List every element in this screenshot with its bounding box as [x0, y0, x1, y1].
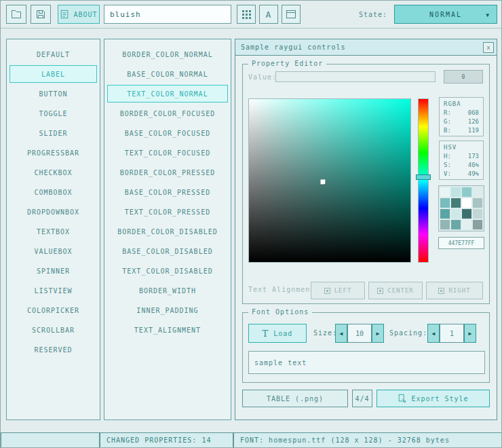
- control-item-reserved[interactable]: RESERVED: [9, 341, 97, 358]
- window-toggle-button[interactable]: [282, 5, 301, 24]
- control-item-slider[interactable]: SLIDER: [9, 124, 97, 142]
- color-swatch-9[interactable]: [451, 209, 461, 219]
- control-item-toggle[interactable]: TOGGLE: [9, 105, 97, 122]
- control-item-colorpicker[interactable]: COLORPICKER: [9, 301, 97, 319]
- properties-list: BORDER_COLOR_NORMALBASE_COLOR_NORMALTEXT…: [104, 39, 231, 420]
- control-item-valuebox[interactable]: VALUEBOX: [9, 242, 97, 260]
- hue-slider[interactable]: [418, 98, 429, 263]
- sample-controls-window: Sample raygui controls x Property Editor…: [235, 39, 497, 420]
- property-item-border-color-normal[interactable]: BORDER_COLOR_NORMAL: [107, 45, 228, 63]
- hue-slider-handle[interactable]: [416, 174, 431, 180]
- saturation-value-panel[interactable]: [248, 98, 411, 263]
- align-right-button[interactable]: RIGHT: [426, 282, 483, 299]
- control-item-default[interactable]: DEFAULT: [9, 45, 97, 63]
- color-swatch-15[interactable]: [473, 220, 482, 229]
- control-item-dropdownbox[interactable]: DROPDOWNBOX: [9, 203, 97, 221]
- property-item-base-color-pressed[interactable]: BASE_COLOR_PRESSED: [107, 183, 228, 201]
- open-style-button[interactable]: [6, 5, 26, 24]
- control-item-scrollbar[interactable]: SCROLLBAR: [9, 321, 97, 339]
- size-value-box[interactable]: 10: [347, 324, 372, 343]
- property-item-text-color-pressed[interactable]: TEXT_COLOR_PRESSED: [107, 203, 228, 221]
- control-item-textbox[interactable]: TEXTBOX: [9, 223, 97, 240]
- align-center-label: CENTER: [387, 287, 414, 294]
- property-item-border-width[interactable]: BORDER_WIDTH: [107, 282, 228, 299]
- color-swatch-6[interactable]: [462, 198, 471, 208]
- sample-text-box[interactable]: sample text: [248, 351, 485, 374]
- color-swatch-2[interactable]: [462, 187, 471, 197]
- style-name-input[interactable]: [104, 5, 231, 24]
- g-value: 126: [468, 117, 479, 126]
- export-icon: [398, 394, 407, 403]
- property-editor-group: Property Editor Value: 0 RGBA R:068 G:12…: [242, 64, 490, 304]
- table-export-button[interactable]: TABLE (.png): [242, 390, 348, 407]
- property-item-border-color-disabled[interactable]: BORDER_COLOR_DISABLED: [107, 223, 228, 240]
- style-table-button[interactable]: [237, 5, 256, 24]
- color-swatch-7[interactable]: [473, 198, 482, 208]
- about-button[interactable]: ABOUT: [58, 5, 100, 24]
- spacing-decrease-button[interactable]: ◀: [427, 324, 440, 343]
- color-swatch-5[interactable]: [451, 198, 461, 208]
- folder-icon: [11, 9, 22, 20]
- align-left-label: LEFT: [334, 287, 352, 294]
- close-button[interactable]: x: [483, 42, 494, 53]
- color-swatch-1[interactable]: [451, 187, 461, 197]
- hsv-title: HSV: [444, 143, 479, 152]
- color-swatch-14[interactable]: [462, 220, 471, 229]
- property-item-text-alignment[interactable]: TEXT_ALIGNMENT: [107, 321, 228, 339]
- property-item-text-color-disabled[interactable]: TEXT_COLOR_DISABLED: [107, 262, 228, 280]
- color-swatch-10[interactable]: [462, 209, 471, 219]
- size-decrease-button[interactable]: ◀: [335, 324, 347, 343]
- font-load-button[interactable]: T Load: [248, 324, 307, 343]
- property-item-border-color-focused[interactable]: BORDER_COLOR_FOCUSED: [107, 105, 228, 122]
- color-swatch-13[interactable]: [451, 220, 461, 229]
- color-swatch-11[interactable]: [473, 209, 482, 219]
- export-style-button[interactable]: Export Style: [376, 390, 490, 407]
- state-dropdown[interactable]: NORMAL ▼: [394, 5, 497, 24]
- sample-window-title: Sample raygui controls: [235, 43, 345, 51]
- controls-list: DEFAULTLABELBUTTONTOGGLESLIDERPROGRESSBA…: [6, 39, 100, 420]
- statusbar-changed-properties: CHANGED PROPERTIES: 14: [100, 432, 233, 448]
- pages-value-box[interactable]: 4/4: [352, 390, 372, 407]
- rguistyler-window: ABOUT A State: NORMAL ▼ DEFAULTLABELBUTT…: [0, 0, 502, 448]
- property-item-border-color-pressed[interactable]: BORDER_COLOR_PRESSED: [107, 164, 228, 181]
- control-item-checkbox[interactable]: CHECKBOX: [9, 164, 97, 181]
- h-label: H:: [444, 152, 451, 161]
- property-item-inner-padding[interactable]: INNER_PADDING: [107, 301, 228, 319]
- spacing-value-box[interactable]: 1: [440, 324, 464, 343]
- font-load-icon: T: [263, 329, 269, 339]
- color-swatch-4[interactable]: [440, 198, 450, 208]
- value-slider[interactable]: [275, 71, 436, 82]
- color-swatch-8[interactable]: [440, 209, 450, 219]
- control-item-combobox[interactable]: COMBOBOX: [9, 183, 97, 201]
- font-load-label: Load: [273, 330, 292, 337]
- b-label: B:: [444, 126, 451, 135]
- control-item-button[interactable]: BUTTON: [9, 85, 97, 102]
- sample-window-titlebar: Sample raygui controls: [235, 39, 497, 56]
- chevron-right-icon: ▶: [469, 331, 472, 337]
- color-swatch-12[interactable]: [440, 220, 450, 229]
- spacing-increase-button[interactable]: ▶: [464, 324, 476, 343]
- property-item-text-color-focused[interactable]: TEXT_COLOR_FOCUSED: [107, 144, 228, 162]
- text-alignment-label: Text Alignment:: [248, 286, 320, 293]
- font-settings-button[interactable]: A: [259, 5, 278, 24]
- value-box[interactable]: 0: [444, 70, 483, 83]
- align-center-button[interactable]: CENTER: [368, 282, 423, 299]
- property-item-base-color-normal[interactable]: BASE_COLOR_NORMAL: [107, 65, 228, 83]
- export-style-label: Export Style: [411, 395, 468, 403]
- property-item-base-color-focused[interactable]: BASE_COLOR_FOCUSED: [107, 124, 228, 142]
- color-swatch-3[interactable]: [473, 187, 482, 197]
- chevron-down-icon: ▼: [486, 12, 490, 18]
- size-label: Size:: [313, 329, 337, 337]
- color-swatch-0[interactable]: [440, 187, 450, 197]
- size-increase-button[interactable]: ▶: [372, 324, 384, 343]
- hex-value-box[interactable]: 447E77FF: [438, 237, 484, 249]
- control-item-listview[interactable]: LISTVIEW: [9, 282, 97, 299]
- control-item-spinner[interactable]: SPINNER: [9, 262, 97, 280]
- align-left-button[interactable]: LEFT: [311, 282, 365, 299]
- control-item-progressbar[interactable]: PROGRESSBAR: [9, 144, 97, 162]
- property-item-base-color-disabled[interactable]: BASE_COLOR_DISABLED: [107, 242, 228, 260]
- control-item-label[interactable]: LABEL: [9, 65, 97, 83]
- property-item-text-color-normal[interactable]: TEXT_COLOR_NORMAL: [107, 85, 228, 102]
- spacing-label: Spacing:: [389, 329, 427, 337]
- save-style-button[interactable]: [31, 5, 51, 24]
